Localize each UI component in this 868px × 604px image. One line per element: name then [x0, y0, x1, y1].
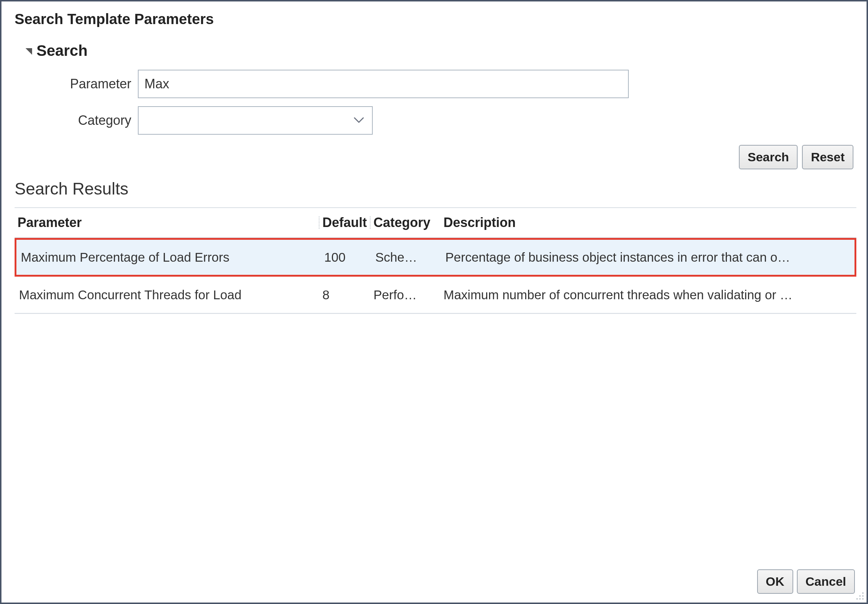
category-label: Category	[33, 113, 138, 128]
disclosure-triangle-icon[interactable]	[26, 48, 32, 55]
svg-point-1	[859, 595, 861, 597]
cell-description: Maximum number of concurrent threads whe…	[440, 287, 856, 302]
reset-button[interactable]: Reset	[802, 145, 853, 169]
dialog-title: Search Template Parameters	[15, 11, 856, 27]
cell-description: Percentage of business object instances …	[442, 250, 854, 265]
search-template-parameters-dialog: Search Template Parameters Search Parame…	[0, 0, 868, 604]
cell-category: Sche…	[372, 250, 442, 265]
cell-parameter: Maximum Percentage of Load Errors	[16, 250, 321, 265]
dialog-footer: OK Cancel	[15, 569, 856, 595]
col-header-default[interactable]: Default	[319, 215, 370, 230]
category-select[interactable]	[138, 106, 373, 135]
svg-point-5	[862, 598, 863, 599]
table-row[interactable]: Maximum Percentage of Load Errors 100 Sc…	[15, 238, 856, 276]
cell-category: Perfo…	[370, 287, 440, 302]
parameter-input[interactable]	[138, 70, 629, 98]
svg-point-3	[856, 598, 858, 599]
col-header-parameter[interactable]: Parameter	[15, 215, 319, 230]
col-header-category[interactable]: Category	[370, 215, 440, 230]
search-section-title: Search	[36, 42, 88, 59]
cell-default: 8	[319, 287, 370, 302]
results-table: Parameter Default Category Description M…	[15, 207, 856, 314]
col-header-description[interactable]: Description	[440, 215, 856, 230]
search-form: Parameter Category	[33, 70, 856, 143]
ok-button[interactable]: OK	[757, 569, 793, 594]
cancel-button[interactable]: Cancel	[797, 569, 855, 594]
svg-point-0	[862, 592, 863, 594]
search-results-title: Search Results	[15, 179, 856, 199]
table-row[interactable]: Maximum Concurrent Threads for Load 8 Pe…	[15, 276, 856, 313]
search-section-header[interactable]: Search	[26, 42, 856, 59]
cell-parameter: Maximum Concurrent Threads for Load	[15, 287, 319, 302]
cell-default: 100	[321, 250, 372, 265]
parameter-label: Parameter	[33, 76, 138, 92]
parameter-row: Parameter	[33, 70, 856, 98]
category-select-box[interactable]	[138, 106, 373, 135]
resize-handle-icon[interactable]	[854, 590, 864, 600]
svg-point-2	[862, 595, 863, 597]
category-row: Category	[33, 106, 856, 135]
search-button[interactable]: Search	[739, 145, 798, 169]
svg-point-4	[859, 598, 861, 599]
results-header-row: Parameter Default Category Description	[15, 208, 856, 238]
search-button-bar: Search Reset	[15, 145, 856, 169]
